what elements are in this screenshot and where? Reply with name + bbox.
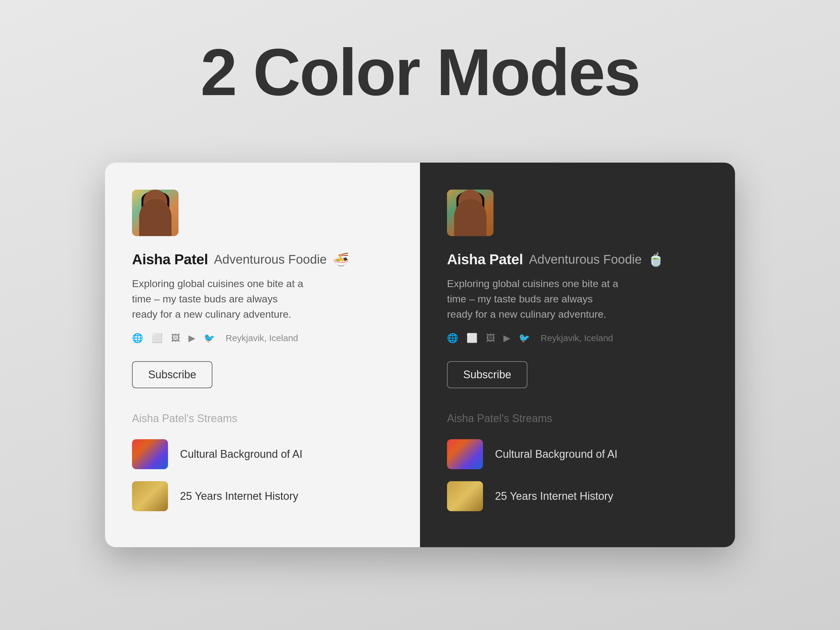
stream-thumb-1-dark <box>447 439 483 469</box>
profile-name-light: Aisha Patel <box>132 251 208 268</box>
copy-icon-dark: ⬜ <box>466 333 478 343</box>
social-row-dark: 🌐 ⬜ 🖼 ▶ 🐦 Reykjavik, Iceland <box>447 333 708 343</box>
page-headline: 2 Color Modes <box>201 36 639 109</box>
location-text-dark: Reykjavik, Iceland <box>541 333 613 343</box>
profile-emoji-dark: 🍵 <box>648 252 664 267</box>
streams-label-light: Aisha Patel's Streams <box>132 412 393 425</box>
avatar-light <box>132 189 178 236</box>
profile-name-dark: Aisha Patel <box>447 251 523 268</box>
location-text-light: Reykjavik, Iceland <box>226 333 298 343</box>
stream-thumb-2-dark <box>447 481 483 511</box>
globe-icon-dark: 🌐 <box>447 333 458 343</box>
light-mode-panel: Aisha Patel Adventurous Foodie 🍜 Explori… <box>105 163 420 547</box>
profile-tagline-dark: Adventurous Foodie <box>529 252 642 267</box>
stream-thumb-1-light <box>132 439 168 469</box>
profile-emoji-light: 🍜 <box>333 252 349 267</box>
stream-title-1-dark: Cultural Background of AI <box>495 448 617 461</box>
avatar-dark <box>447 189 494 236</box>
image-icon-dark: 🖼 <box>486 333 495 343</box>
bird-icon-light: 🐦 <box>204 333 215 343</box>
color-modes-preview: Aisha Patel Adventurous Foodie 🍜 Explori… <box>105 163 735 547</box>
stream-thumb-2-light <box>132 481 168 511</box>
subscribe-button-dark[interactable]: Subscribe <box>447 361 527 388</box>
copy-icon-light: ⬜ <box>152 333 163 343</box>
streams-label-dark: Aisha Patel's Streams <box>447 412 708 425</box>
image-icon-light: 🖼 <box>171 333 180 343</box>
profile-bio-dark: Exploring global cuisines one bite at a … <box>447 276 621 322</box>
profile-tagline-light: Adventurous Foodie <box>214 252 327 267</box>
social-row-light: 🌐 ⬜ 🖼 ▶ 🐦 Reykjavik, Iceland <box>132 333 393 343</box>
dark-mode-panel: Aisha Patel Adventurous Foodie 🍵 Explori… <box>420 163 735 547</box>
stream-item-2-dark: 25 Years Internet History <box>447 481 708 511</box>
video-icon-dark: ▶ <box>504 333 510 343</box>
stream-item-2-light: 25 Years Internet History <box>132 481 393 511</box>
subscribe-button-light[interactable]: Subscribe <box>132 361 212 388</box>
profile-name-row-light: Aisha Patel Adventurous Foodie 🍜 <box>132 251 393 268</box>
stream-title-2-dark: 25 Years Internet History <box>495 490 613 502</box>
profile-name-row-dark: Aisha Patel Adventurous Foodie 🍵 <box>447 251 708 268</box>
stream-title-2-light: 25 Years Internet History <box>180 490 298 502</box>
bird-icon-dark: 🐦 <box>519 333 530 343</box>
profile-bio-light: Exploring global cuisines one bite at a … <box>132 276 306 322</box>
globe-icon-light: 🌐 <box>132 333 143 343</box>
stream-item-1-dark: Cultural Background of AI <box>447 439 708 469</box>
stream-title-1-light: Cultural Background of AI <box>180 448 302 461</box>
video-icon-light: ▶ <box>188 333 195 343</box>
stream-item-1-light: Cultural Background of AI <box>132 439 393 469</box>
